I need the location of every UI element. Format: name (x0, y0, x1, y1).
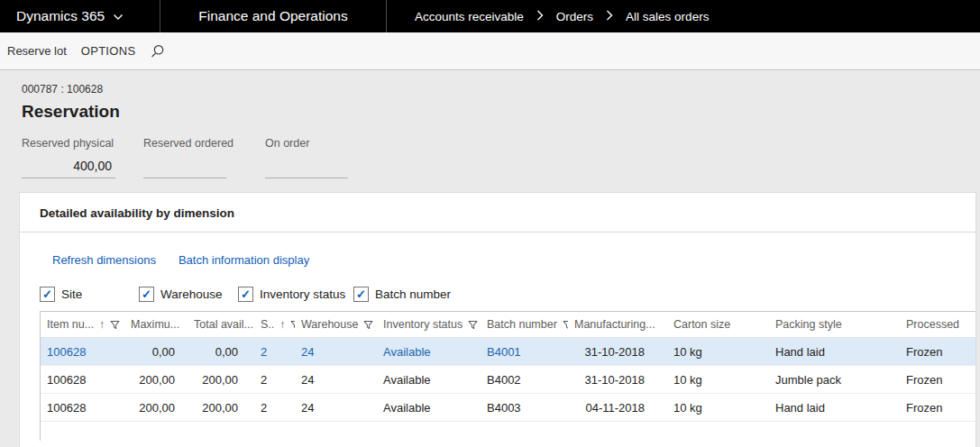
batch-number-checkbox-group: ✓ Batch number (353, 287, 451, 302)
reserved-ordered-input[interactable] (143, 157, 226, 178)
dimension-toggles: ✓ Site ✓ Warehouse ✓ Inventory status ✓ … (40, 287, 975, 302)
cell-item-number[interactable]: 100628 (41, 345, 124, 359)
cell-item-number[interactable]: 100628 (41, 373, 124, 387)
chevron-right-icon (536, 10, 544, 23)
brand-label: Dynamics 365 (16, 8, 105, 24)
warehouse-checkbox[interactable]: ✓ (139, 287, 154, 302)
cell-warehouse[interactable]: 24 (295, 345, 377, 359)
on-order-input[interactable] (265, 157, 348, 178)
batch-information-display-link[interactable]: Batch information display (179, 253, 309, 267)
cell-processed[interactable]: Frozen (900, 373, 975, 387)
cell-batch-number[interactable]: B4001 (481, 345, 568, 359)
reserve-lot-button[interactable]: Reserve lot (0, 44, 74, 58)
column-header-batch-number[interactable]: Batch number (481, 318, 568, 331)
column-header-total-available[interactable]: Total avail... (181, 318, 254, 331)
cell-maximum[interactable]: 0,00 (124, 345, 181, 359)
page-header: 000787 : 100628 Reservation Reserved phy… (0, 70, 980, 192)
cell-inventory-status[interactable]: Available (377, 401, 481, 415)
cell-warehouse[interactable]: 24 (295, 373, 377, 387)
cell-site[interactable]: 2 (254, 373, 295, 387)
grid-header-row: Item nu... ↑ Maximu... Total avail... S.… (41, 311, 975, 338)
cell-total-available[interactable]: 0,00 (181, 345, 254, 359)
cell-manufacturing-date[interactable]: 04-11-2018 (568, 401, 667, 415)
cell-carton-size[interactable]: 10 kg (667, 345, 769, 359)
top-navigation-bar: Dynamics 365 Finance and Operations Acco… (0, 0, 980, 32)
on-order-label: On order (265, 137, 348, 150)
cell-packing-style[interactable]: Hand laid (769, 401, 900, 415)
breadcrumb: Accounts receivable Orders All sales ord… (387, 0, 709, 32)
inventory-status-checkbox-label: Inventory status (260, 287, 345, 301)
search-icon[interactable] (142, 43, 173, 59)
cell-site[interactable]: 2 (254, 345, 295, 359)
dynamics-365-menu[interactable]: Dynamics 365 (0, 0, 160, 32)
record-id: 000787 : 100628 (22, 83, 980, 96)
reserved-physical-label: Reserved physical (22, 137, 115, 150)
cell-inventory-status[interactable]: Available (377, 345, 481, 359)
cell-item-number[interactable]: 100628 (41, 401, 124, 415)
panel-actions: Refresh dimensions Batch information dis… (52, 253, 975, 267)
breadcrumb-orders[interactable]: Orders (556, 10, 593, 23)
app-name-link[interactable]: Finance and Operations (160, 0, 386, 32)
breadcrumb-all-sales-orders[interactable]: All sales orders (626, 10, 709, 23)
reserved-physical-input[interactable]: 400,00 (22, 157, 115, 178)
column-header-manufacturing-date[interactable]: Manufacturing... (568, 318, 667, 331)
field-reserved-physical: Reserved physical 400,00 (22, 137, 115, 178)
cell-carton-size[interactable]: 10 kg (667, 373, 769, 387)
cell-packing-style[interactable]: Hand laid (769, 345, 900, 359)
site-checkbox[interactable]: ✓ (40, 287, 55, 302)
action-pane: Reserve lot OPTIONS (0, 32, 980, 70)
header-fields: Reserved physical 400,00 Reserved ordere… (22, 137, 980, 178)
cell-site[interactable]: 2 (254, 401, 295, 415)
detailed-availability-panel: Detailed availability by dimension Refre… (19, 192, 976, 447)
filter-icon[interactable] (468, 320, 478, 330)
options-tab[interactable]: OPTIONS (74, 44, 143, 58)
breadcrumb-accounts-receivable[interactable]: Accounts receivable (415, 10, 524, 23)
chevron-right-icon (606, 10, 613, 23)
cell-manufacturing-date[interactable]: 31-10-2018 (568, 373, 667, 387)
cell-maximum[interactable]: 200,00 (124, 401, 181, 415)
sort-ascending-icon: ↑ (99, 318, 105, 331)
column-header-inventory-status[interactable]: Inventory status (377, 318, 481, 331)
refresh-dimensions-link[interactable]: Refresh dimensions (52, 253, 156, 267)
inventory-status-checkbox-group: ✓ Inventory status (238, 287, 353, 302)
cell-manufacturing-date[interactable]: 31-10-2018 (568, 345, 667, 359)
field-on-order: On order (265, 137, 348, 178)
column-header-site[interactable]: S.. ↑ (254, 318, 295, 331)
warehouse-checkbox-label: Warehouse (160, 287, 223, 301)
site-checkbox-group: ✓ Site (40, 287, 139, 302)
inventory-status-checkbox[interactable]: ✓ (238, 287, 253, 302)
filter-icon[interactable] (110, 320, 120, 330)
cell-batch-number[interactable]: B4002 (481, 373, 568, 387)
cell-processed[interactable]: Frozen (900, 345, 975, 359)
field-reserved-ordered: Reserved ordered (143, 137, 226, 178)
chevron-down-icon (113, 8, 124, 24)
table-row[interactable]: 100628 200,00 200,00 2 24 Available B400… (41, 366, 975, 394)
panel-title: Detailed availability by dimension (20, 193, 975, 233)
availability-grid: Item nu... ↑ Maximu... Total avail... S.… (40, 311, 975, 441)
site-checkbox-label: Site (61, 287, 82, 301)
column-header-processed[interactable]: Processed (900, 318, 975, 331)
cell-maximum[interactable]: 200,00 (124, 373, 181, 387)
cell-inventory-status[interactable]: Available (377, 373, 481, 387)
cell-batch-number[interactable]: B4003 (481, 401, 568, 415)
cell-total-available[interactable]: 200,00 (181, 401, 254, 415)
table-row[interactable]: 100628 200,00 200,00 2 24 Available B400… (41, 394, 975, 422)
warehouse-checkbox-group: ✓ Warehouse (139, 287, 238, 302)
column-header-packing-style[interactable]: Packing style (769, 318, 900, 331)
table-row[interactable]: 100628 0,00 0,00 2 24 Available B4001 31… (41, 338, 975, 366)
filter-icon[interactable] (363, 320, 373, 330)
page-title: Reservation (22, 102, 980, 122)
column-header-warehouse[interactable]: Warehouse (295, 318, 377, 331)
batch-number-checkbox-label: Batch number (375, 287, 451, 301)
column-header-carton-size[interactable]: Carton size (667, 318, 769, 331)
column-header-maximum[interactable]: Maximu... (124, 318, 181, 331)
cell-total-available[interactable]: 200,00 (181, 373, 254, 387)
batch-number-checkbox[interactable]: ✓ (353, 287, 369, 302)
cell-packing-style[interactable]: Jumble pack (769, 373, 900, 387)
cell-carton-size[interactable]: 10 kg (667, 401, 769, 415)
cell-processed[interactable]: Frozen (900, 401, 975, 415)
sort-ascending-icon: ↑ (279, 318, 285, 331)
reserved-ordered-label: Reserved ordered (143, 137, 226, 150)
cell-warehouse[interactable]: 24 (295, 401, 377, 415)
column-header-item-number[interactable]: Item nu... ↑ (41, 318, 124, 331)
